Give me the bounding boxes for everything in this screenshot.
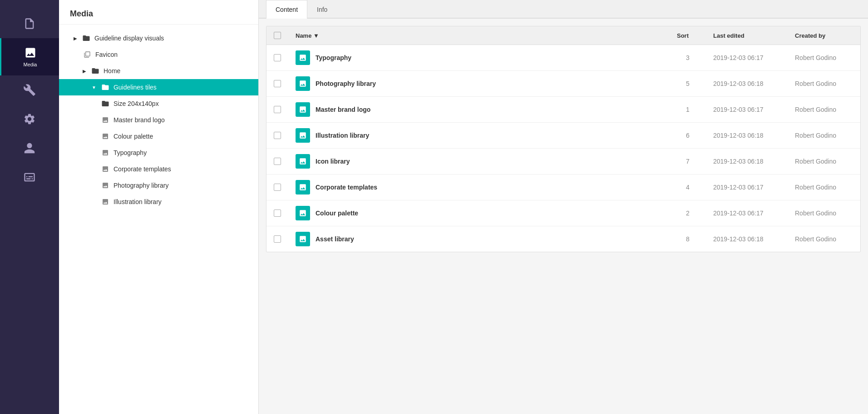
image-icon bbox=[299, 131, 307, 140]
nav-item-card[interactable] bbox=[0, 163, 59, 192]
image-file-icon bbox=[101, 148, 110, 157]
tree-label: Typography bbox=[113, 149, 147, 156]
cell-name: Master brand logo bbox=[288, 97, 670, 123]
tree-item-corporate-templates[interactable]: Corporate templates bbox=[59, 161, 258, 177]
content-table: Name ▼ Sort Last edited Created by Typog… bbox=[266, 26, 860, 252]
tree-label: Guidelines tiles bbox=[113, 84, 157, 91]
tab-bar: Content Info bbox=[259, 0, 868, 19]
row-checkbox[interactable] bbox=[274, 184, 281, 191]
table-row[interactable]: Illustration library 6 2019-12-03 06:18 … bbox=[266, 123, 860, 149]
row-checkbox[interactable] bbox=[274, 235, 281, 243]
image-file-icon bbox=[101, 181, 110, 190]
folder-icon bbox=[91, 66, 100, 75]
cell-last-edited: 2019-12-03 06:17 bbox=[706, 97, 788, 123]
col-header-sort[interactable]: Sort bbox=[670, 26, 706, 45]
cell-name: Asset library bbox=[288, 226, 670, 252]
row-name: Asset library bbox=[316, 235, 354, 243]
cell-created-by: Robert Godino bbox=[788, 71, 860, 97]
tree-label: Corporate templates bbox=[113, 165, 171, 173]
cell-checkbox bbox=[266, 175, 288, 200]
tree-item-home[interactable]: ▶ Home bbox=[59, 63, 258, 79]
tree-item-guidelines-tiles[interactable]: ▼ Guidelines tiles bbox=[59, 79, 258, 95]
row-checkbox[interactable] bbox=[274, 158, 281, 165]
image-icon bbox=[299, 80, 307, 88]
user-icon bbox=[23, 142, 36, 155]
cell-created-by: Robert Godino bbox=[788, 45, 860, 71]
media-thumb-icon bbox=[296, 102, 310, 117]
nav-item-document[interactable] bbox=[0, 9, 59, 38]
cell-name: Typography bbox=[288, 45, 670, 71]
cell-checkbox bbox=[266, 97, 288, 123]
chevron-down-icon: ▼ bbox=[92, 85, 96, 90]
tree-item-photography-library[interactable]: Photography library bbox=[59, 177, 258, 194]
col-header-name[interactable]: Name ▼ bbox=[288, 26, 670, 45]
folder-icon bbox=[82, 34, 91, 43]
media-thumb-icon bbox=[296, 128, 310, 143]
card-icon bbox=[23, 171, 36, 184]
cell-checkbox bbox=[266, 71, 288, 97]
nav-item-settings[interactable] bbox=[0, 105, 59, 134]
nav-item-media[interactable]: Media bbox=[0, 38, 59, 75]
table-row[interactable]: Typography 3 2019-12-03 06:17 Robert God… bbox=[266, 45, 860, 71]
cell-name: Illustration library bbox=[288, 123, 670, 149]
tree-item-typography[interactable]: Typography bbox=[59, 145, 258, 161]
header-checkbox[interactable] bbox=[274, 32, 281, 39]
image-file-icon bbox=[101, 197, 110, 206]
tree-item-colour-palette[interactable]: Colour palette bbox=[59, 128, 258, 145]
tree-item-size-204[interactable]: Size 204x140px bbox=[59, 95, 258, 112]
tab-content[interactable]: Content bbox=[266, 0, 307, 19]
row-checkbox[interactable] bbox=[274, 209, 281, 217]
col-header-checkbox bbox=[266, 26, 288, 45]
cell-checkbox bbox=[266, 200, 288, 226]
row-checkbox[interactable] bbox=[274, 106, 281, 113]
tree-label: Favicon bbox=[95, 51, 118, 58]
cell-name: Colour palette bbox=[288, 200, 670, 226]
media-thumb-icon bbox=[296, 154, 310, 169]
tree-item-master-brand[interactable]: Master brand logo bbox=[59, 112, 258, 128]
chevron-right-icon: ▶ bbox=[83, 69, 86, 74]
col-header-last-edited[interactable]: Last edited bbox=[706, 26, 788, 45]
tab-info[interactable]: Info bbox=[307, 0, 337, 19]
table-row[interactable]: Photography library 5 2019-12-03 06:18 R… bbox=[266, 71, 860, 97]
table-row[interactable]: Corporate templates 4 2019-12-03 06:17 R… bbox=[266, 175, 860, 200]
tree: ▶ Guideline display visuals Favicon ▶ Ho… bbox=[59, 25, 258, 215]
tree-item-favicon[interactable]: Favicon bbox=[59, 46, 258, 63]
image-icon bbox=[299, 209, 307, 217]
tree-label: Size 204x140px bbox=[113, 100, 159, 107]
sidebar: Media ▶ Guideline display visuals Favico… bbox=[59, 0, 259, 414]
content-table-container: Name ▼ Sort Last edited Created by Typog… bbox=[266, 26, 861, 252]
media-thumb-icon bbox=[296, 50, 310, 65]
cell-name: Icon library bbox=[288, 149, 670, 175]
media-thumb-icon bbox=[296, 206, 310, 220]
row-checkbox[interactable] bbox=[274, 80, 281, 87]
nav-item-user[interactable] bbox=[0, 134, 59, 163]
cell-name: Corporate templates bbox=[288, 175, 670, 200]
cell-sort: 1 bbox=[670, 97, 706, 123]
image-icon bbox=[24, 46, 37, 59]
tree-item-guideline-display[interactable]: ▶ Guideline display visuals bbox=[59, 30, 258, 46]
tree-item-illustration-library[interactable]: Illustration library bbox=[59, 194, 258, 210]
table-row[interactable]: Master brand logo 1 2019-12-03 06:17 Rob… bbox=[266, 97, 860, 123]
row-name: Illustration library bbox=[316, 132, 369, 139]
image-icon bbox=[299, 183, 307, 191]
wrench-icon bbox=[23, 84, 36, 96]
row-checkbox[interactable] bbox=[274, 54, 281, 61]
table-body: Typography 3 2019-12-03 06:17 Robert God… bbox=[266, 45, 860, 252]
table-header-row: Name ▼ Sort Last edited Created by bbox=[266, 26, 860, 45]
tree-label: Home bbox=[104, 67, 120, 75]
col-header-created-by[interactable]: Created by bbox=[788, 26, 860, 45]
nav-item-wrench[interactable] bbox=[0, 75, 59, 105]
cell-checkbox bbox=[266, 45, 288, 71]
image-icon bbox=[299, 54, 307, 62]
table-row[interactable]: Colour palette 2 2019-12-03 06:17 Robert… bbox=[266, 200, 860, 226]
row-name: Colour palette bbox=[316, 209, 358, 217]
folder-icon bbox=[101, 99, 110, 108]
image-file-icon bbox=[101, 132, 110, 141]
table-row[interactable]: Icon library 7 2019-12-03 06:18 Robert G… bbox=[266, 149, 860, 175]
table-row[interactable]: Asset library 8 2019-12-03 06:18 Robert … bbox=[266, 226, 860, 252]
tree-label: Master brand logo bbox=[113, 116, 165, 124]
cell-sort: 5 bbox=[670, 71, 706, 97]
row-checkbox[interactable] bbox=[274, 132, 281, 139]
cell-sort: 6 bbox=[670, 123, 706, 149]
row-name: Corporate templates bbox=[316, 184, 377, 191]
